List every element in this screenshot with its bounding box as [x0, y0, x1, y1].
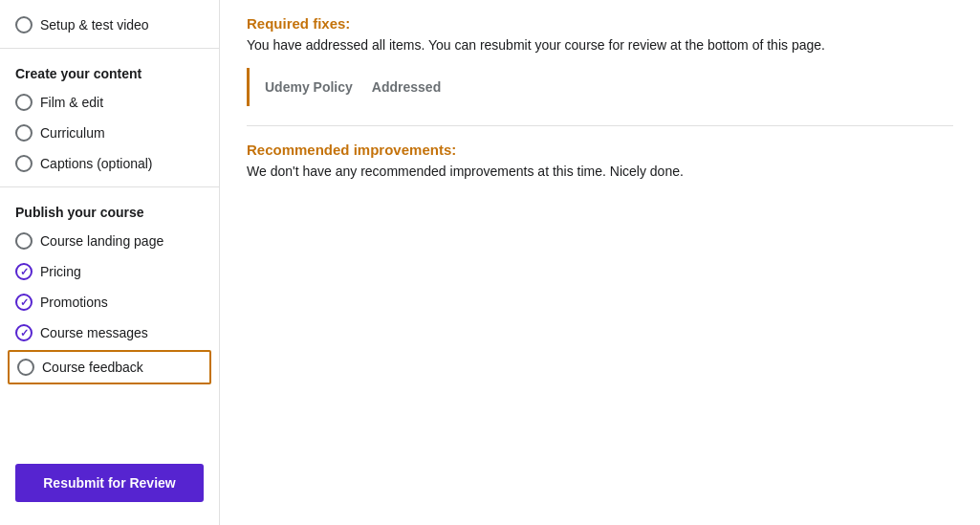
policy-row: Udemy Policy Addressed — [265, 79, 938, 95]
section-divider — [247, 125, 953, 126]
sidebar-item-course-landing[interactable]: Course landing page — [0, 226, 219, 256]
sidebar-item-course-messages[interactable]: Course messages — [0, 317, 219, 348]
main-content: Required fixes: You have addressed all i… — [220, 0, 980, 525]
sidebar-item-film-edit-label: Film & edit — [40, 95, 103, 110]
policy-table: Udemy Policy Addressed — [247, 68, 953, 106]
circle-icon-course-messages — [15, 324, 33, 341]
sidebar-item-setup[interactable]: Setup & test video — [0, 10, 219, 40]
sidebar-section-publish: Publish your course — [0, 195, 219, 226]
policy-col2: Addressed — [372, 79, 441, 95]
policy-col1: Udemy Policy — [265, 79, 353, 95]
resubmit-button[interactable]: Resubmit for Review — [15, 464, 204, 502]
sidebar-item-curriculum-label: Curriculum — [40, 125, 105, 141]
sidebar-item-promotions[interactable]: Promotions — [0, 287, 219, 317]
sidebar-item-captions-label: Captions (optional) — [40, 156, 153, 171]
circle-icon-film-edit — [15, 94, 33, 111]
circle-icon-captions — [15, 155, 33, 172]
sidebar-item-setup-label: Setup & test video — [40, 17, 149, 33]
sidebar-section-create: Create your content — [0, 56, 219, 87]
circle-icon-course-landing — [15, 232, 33, 250]
sidebar-item-curriculum[interactable]: Curriculum — [0, 118, 219, 148]
sidebar-item-promotions-label: Promotions — [40, 295, 108, 310]
sidebar-item-course-feedback-label: Course feedback — [42, 360, 143, 375]
circle-icon-pricing — [15, 263, 33, 280]
sidebar: Setup & test video Create your content F… — [0, 0, 220, 525]
circle-icon-promotions — [15, 294, 33, 311]
sidebar-divider-1 — [0, 48, 219, 49]
required-fixes-text: You have addressed all items. You can re… — [247, 37, 953, 53]
sidebar-item-pricing[interactable]: Pricing — [0, 256, 219, 287]
sidebar-item-film-edit[interactable]: Film & edit — [0, 87, 219, 118]
circle-icon-curriculum — [15, 124, 33, 142]
sidebar-divider-2 — [0, 186, 219, 187]
sidebar-item-course-feedback[interactable]: Course feedback — [8, 350, 211, 384]
required-fixes-title: Required fixes: — [247, 15, 953, 32]
sidebar-item-course-landing-label: Course landing page — [40, 233, 163, 249]
circle-icon-course-feedback — [17, 359, 34, 376]
sidebar-item-captions[interactable]: Captions (optional) — [0, 148, 219, 179]
circle-icon-setup — [15, 16, 33, 33]
sidebar-item-pricing-label: Pricing — [40, 264, 81, 279]
recommended-title: Recommended improvements: — [247, 142, 953, 158]
sidebar-item-course-messages-label: Course messages — [40, 325, 148, 340]
recommended-text: We don't have any recommended improvemen… — [247, 164, 953, 179]
